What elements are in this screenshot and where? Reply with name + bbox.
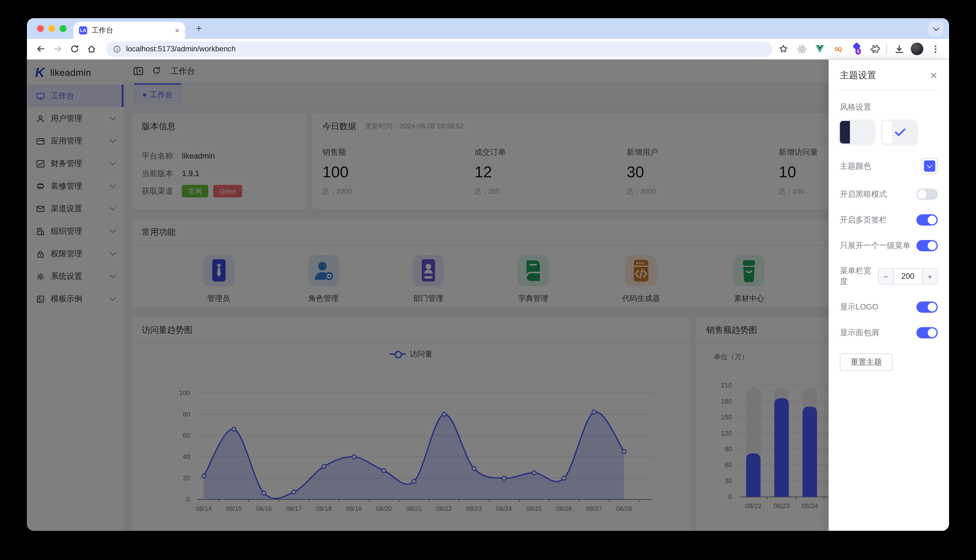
new-tab-button[interactable]: + [191, 22, 207, 37]
setting-label: 开启黑暗模式 [840, 189, 887, 199]
decrease-button[interactable]: − [879, 269, 894, 284]
drawer-divider [840, 90, 938, 90]
vue-devtools-icon[interactable] [814, 43, 826, 55]
setting-label: 显示面包屑 [840, 328, 879, 338]
chevron-down-icon [927, 162, 932, 168]
close-icon[interactable]: ✕ [930, 70, 938, 81]
setting-label: 显示LOGO [840, 302, 878, 312]
setting-label: 只展开一个一级菜单 [840, 240, 911, 251]
reset-theme-button[interactable]: 重置主题 [840, 353, 892, 371]
setting-row-dark-mode: 开启黑暗模式 [840, 188, 938, 200]
setting-row-single-expand: 只展开一个一级菜单 [840, 240, 938, 251]
setting-label: 开启多页签栏 [840, 215, 887, 225]
minimize-window-button[interactable] [48, 25, 55, 32]
menu-width-value[interactable]: 200 [894, 269, 922, 284]
tab-title: 工作台 [92, 26, 170, 35]
chevron-down-icon [933, 25, 939, 31]
site-info-icon[interactable] [113, 45, 121, 53]
toggle-dark-mode[interactable] [916, 188, 938, 200]
extensions-puzzle-icon[interactable] [868, 43, 881, 55]
reload-button[interactable] [67, 41, 82, 57]
toggle-single-expand[interactable] [916, 240, 938, 251]
forward-button[interactable] [50, 41, 65, 57]
tab-search-button[interactable] [928, 22, 943, 37]
profile-avatar[interactable] [911, 43, 923, 55]
svg-text:5: 5 [856, 49, 859, 54]
downloads-icon[interactable] [892, 43, 905, 55]
increase-button[interactable]: + [922, 269, 937, 284]
toolbar-actions: SQ 5 [777, 43, 943, 55]
style-option-dark-sidebar[interactable] [840, 121, 874, 143]
theme-color-picker[interactable] [921, 158, 938, 174]
selected-check-icon [894, 128, 906, 137]
theme-settings-drawer: 主题设置 ✕ 风格设置 主题颜色 [829, 60, 949, 531]
home-button[interactable] [84, 41, 99, 57]
menu-width-label: 菜单栏宽度 [840, 266, 878, 287]
modal-overlay[interactable] [27, 60, 949, 531]
vue5-badge-extension-icon[interactable]: 5 [850, 43, 862, 55]
style-section-label: 风格设置 [840, 102, 938, 113]
browser-tabstrip: LA 工作台 × + [27, 18, 949, 39]
dark-sidebar-preview [840, 121, 850, 143]
bookmark-star-icon[interactable] [777, 43, 790, 55]
address-bar[interactable]: localhost:5173/admin/workbench [106, 41, 772, 57]
theme-color-label: 主题颜色 [840, 161, 871, 171]
setting-row-show-breadcrumb: 显示面包屑 [840, 327, 938, 338]
setting-row-show-logo: 显示LOGO [840, 302, 938, 313]
tab-favicon: LA [79, 27, 87, 35]
tab-close-icon[interactable]: × [175, 26, 179, 35]
browser-menu-icon[interactable] [929, 43, 941, 55]
react-devtools-icon[interactable] [796, 43, 808, 55]
toggle-multi-tab[interactable] [916, 214, 938, 225]
setting-row-multi-tab: 开启多页签栏 [840, 214, 938, 225]
back-button[interactable] [33, 41, 48, 57]
toolbar-divider [886, 44, 887, 54]
screen: LA 工作台 × + localhost:5173/admin/ [0, 0, 976, 560]
sq-extension-icon[interactable]: SQ [832, 43, 844, 55]
page-viewport: K likeadmin 工作台用户管理应用管理财务管理装修管理渠道设置组织管理权… [27, 60, 949, 531]
style-option-light-sidebar[interactable] [882, 121, 916, 143]
light-sidebar-preview [882, 121, 892, 143]
fullscreen-window-button[interactable] [60, 25, 67, 32]
drawer-title: 主题设置 [840, 70, 876, 82]
toggle-show-logo[interactable] [916, 302, 938, 313]
toggle-show-breadcrumb[interactable] [916, 327, 938, 338]
browser-tab[interactable]: LA 工作台 × [74, 22, 185, 39]
browser-window: LA 工作台 × + localhost:5173/admin/ [27, 18, 949, 531]
browser-toolbar: localhost:5173/admin/workbench SQ 5 [27, 39, 949, 60]
close-window-button[interactable] [37, 25, 44, 32]
url-text: localhost:5173/admin/workbench [126, 44, 236, 53]
menu-width-stepper: − 200 + [878, 268, 938, 285]
